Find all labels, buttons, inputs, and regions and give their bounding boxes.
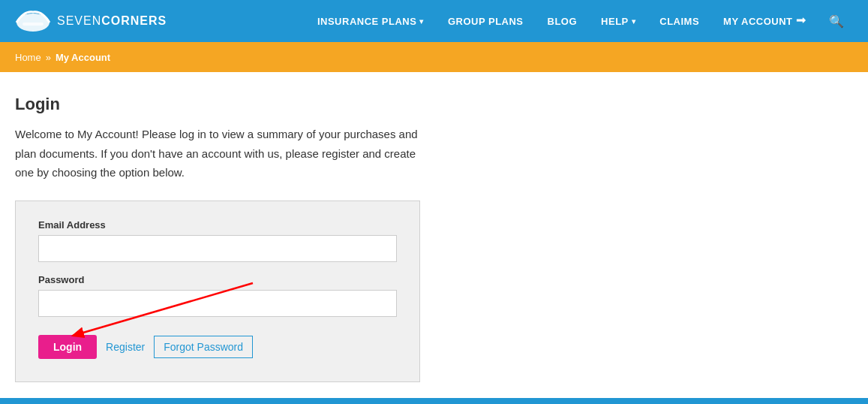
search-icon: 🔍	[829, 14, 844, 29]
header: SEVENCORNERS INSURANCE PLANS ▾ GROUP PLA…	[0, 0, 868, 42]
nav-insurance-plans[interactable]: INSURANCE PLANS ▾	[307, 0, 434, 42]
password-label: Password	[38, 274, 397, 285]
email-label: Email Address	[38, 219, 397, 231]
login-form: Email Address Password Login Register Fo…	[15, 200, 420, 382]
register-button[interactable]: Register	[106, 341, 145, 353]
nav-my-account[interactable]: MY ACCOUNT ⮕	[713, 0, 817, 42]
logo-icon	[15, 8, 51, 35]
password-input[interactable]	[38, 290, 397, 317]
logo[interactable]: SEVENCORNERS	[15, 8, 167, 35]
email-input[interactable]	[38, 235, 397, 262]
breadcrumb-separator: »	[46, 52, 51, 63]
page-title: Login	[15, 95, 853, 114]
breadcrumb-current-page: My Account	[56, 52, 110, 63]
nav-blog[interactable]: BLOG	[537, 0, 588, 42]
nav-group-plans[interactable]: GROUP PLANS	[437, 0, 534, 42]
main-content: Login Welcome to My Account! Please log …	[0, 72, 868, 397]
nav-help[interactable]: HELP ▾	[590, 0, 646, 42]
logo-text: SEVENCORNERS	[57, 14, 167, 28]
svg-rect-1	[23, 23, 44, 26]
breadcrumb-home-link[interactable]: Home	[15, 52, 41, 63]
login-icon: ⮕	[796, 15, 807, 27]
breadcrumb: Home » My Account	[0, 42, 868, 72]
insurance-plans-dropdown-icon: ▾	[419, 17, 424, 26]
forgot-password-button[interactable]: Forgot Password	[154, 336, 253, 358]
page-description: Welcome to My Account! Please log in to …	[15, 125, 420, 182]
nav-claims[interactable]: CLAIMS	[649, 0, 710, 42]
search-button[interactable]: 🔍	[820, 0, 853, 42]
main-nav: INSURANCE PLANS ▾ GROUP PLANS BLOG HELP …	[307, 0, 853, 42]
form-actions: Login Register Forgot Password	[38, 335, 397, 359]
login-button[interactable]: Login	[38, 335, 97, 359]
help-dropdown-icon: ▾	[632, 17, 636, 26]
